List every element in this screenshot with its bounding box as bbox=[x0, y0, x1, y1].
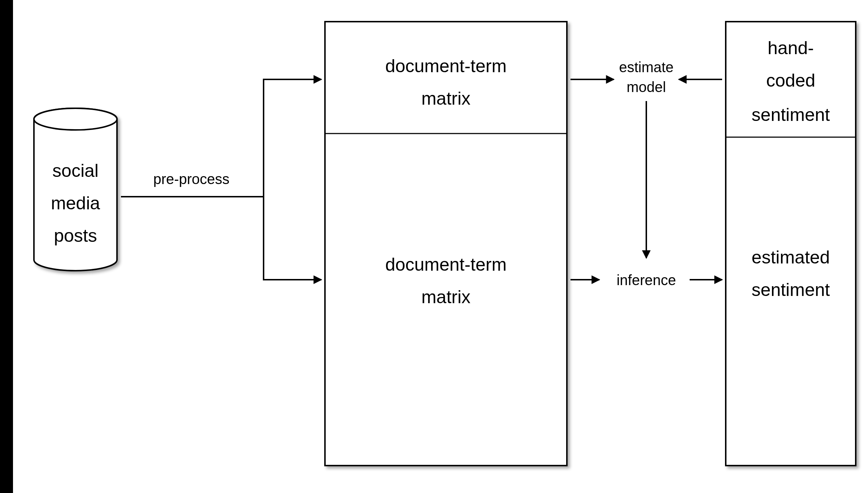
left-black-bar bbox=[0, 0, 13, 493]
source-label-2: media bbox=[51, 193, 100, 213]
est-label-1: estimated bbox=[752, 247, 830, 267]
diagram-stage: social media posts document-term matrix … bbox=[0, 0, 868, 493]
dtm-top-label-2: matrix bbox=[421, 88, 470, 109]
estimate-label-2: model bbox=[627, 79, 666, 95]
hand-label-1: hand- bbox=[768, 38, 814, 58]
preprocess-edge: pre-process bbox=[121, 79, 321, 280]
social-media-posts-cylinder: social media posts bbox=[34, 108, 117, 271]
est-label-2: sentiment bbox=[752, 280, 830, 300]
hand-label-2: coded bbox=[766, 70, 815, 91]
dtm-bot-label-1: document-term bbox=[385, 254, 507, 275]
source-label-1: social bbox=[52, 161, 99, 181]
dtm-top-label-1: document-term bbox=[385, 56, 507, 76]
diagram-svg: social media posts document-term matrix … bbox=[0, 0, 868, 493]
inference-label: inference bbox=[617, 272, 676, 288]
sentiment-container: hand- coded sentiment estimated sentimen… bbox=[726, 22, 856, 466]
svg-point-0 bbox=[34, 108, 117, 130]
preprocess-label: pre-process bbox=[153, 171, 229, 187]
estimate-label-1: estimate bbox=[619, 59, 673, 75]
source-label-3: posts bbox=[54, 226, 97, 246]
hand-label-3: sentiment bbox=[752, 105, 830, 125]
dtm-bot-label-2: matrix bbox=[421, 287, 470, 307]
dtm-container: document-term matrix document-term matri… bbox=[325, 22, 567, 466]
